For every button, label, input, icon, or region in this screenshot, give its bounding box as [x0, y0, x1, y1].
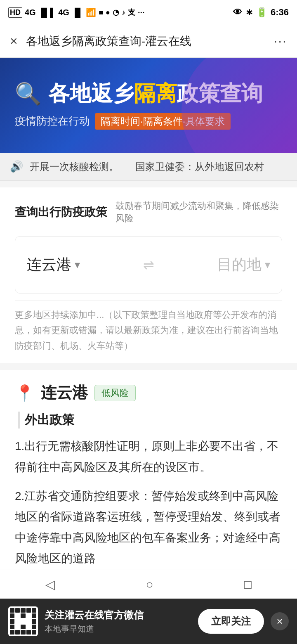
city-pin-icon: 📍: [15, 384, 34, 402]
to-city-button[interactable]: 目的地 ▾: [217, 255, 270, 275]
battery-icon: 🔋: [256, 7, 267, 18]
app-icon-3: ◔: [113, 8, 119, 17]
policy-text-2: 2.江苏省交通防控组要求：暂停始发或终到中高风险地区的省际道路客运班线，暂停受理…: [15, 486, 282, 569]
bottom-follow-banner: 关注灌云在线官方微信 本地事早知道 立即关注 ×: [0, 599, 297, 644]
to-city-arrow-icon: ▾: [265, 258, 270, 271]
hero-search-icon: 🔍: [15, 81, 42, 107]
hero-title-part1: 各地返乡: [48, 81, 134, 105]
risk-badge: 低风险: [94, 385, 136, 401]
location-row: 连云港 ▾ ⇌ 目的地 ▾: [27, 246, 270, 283]
policy-text-1: 1.出行无需核酸阴性证明，原则上非必要不出省，不得前往中高风险区及其所在的设区市…: [15, 436, 282, 478]
hd-icon: HD: [8, 7, 22, 18]
city-card: 📍 连云港 低风险 外出政策 1.出行无需核酸阴性证明，原则上非必要不出省，不得…: [0, 370, 297, 604]
policy-title: 外出政策: [18, 412, 282, 429]
status-bar: HD 4G ▐▌▌ 4G ▐▌ 📶 ■ ● ◔ ♪ 支 ··· 👁 ∗ 🔋 6:…: [0, 0, 297, 25]
city-header: 📍 连云港 低风险: [15, 382, 282, 403]
navigation-bar: ◁ ○ □: [0, 570, 297, 599]
close-browser-button[interactable]: ×: [10, 33, 18, 49]
city-name: 连云港: [41, 382, 88, 403]
more-status-icon: ···: [138, 8, 145, 17]
ticker-text-2: 国家卫健委：从外地返回农村: [135, 161, 264, 172]
banner-text-block: 关注灌云在线官方微信 本地事早知道: [45, 608, 191, 635]
banner-subtitle: 本地事早知道: [45, 623, 191, 635]
signal-4g-icon: 4G: [25, 8, 36, 17]
banner-title: 关注灌云在线官方微信: [45, 608, 191, 622]
browser-more-button[interactable]: ···: [273, 33, 287, 49]
swap-direction-button[interactable]: ⇌: [143, 257, 154, 273]
section-header: 查询出行防疫政策 鼓励春节期间减少流动和聚集，降低感染风险: [15, 200, 282, 225]
hero-title-highlight: 隔离: [134, 81, 177, 105]
bluetooth-icon: ∗: [245, 7, 253, 18]
close-banner-button[interactable]: ×: [271, 612, 289, 630]
app-icon-1: ■: [99, 8, 103, 17]
app-icon-2: ●: [106, 8, 110, 17]
ticker-text-1: 开展一次核酸检测。: [30, 161, 119, 172]
wifi-icon: 📶: [86, 7, 96, 17]
signal-4g-2-icon: 4G: [58, 8, 69, 17]
status-right-icons: 👁 ∗ 🔋 6:36: [233, 7, 289, 18]
pay-icon: 支: [128, 7, 135, 17]
section-subtitle: 鼓励春节期间减少流动和聚集，降低感染风险: [116, 200, 282, 225]
ticker-speaker-icon: 🔊: [10, 160, 23, 173]
search-section: 查询出行防疫政策 鼓励春节期间减少流动和聚集，降低感染风险 连云港 ▾ ⇌ 目的…: [0, 187, 297, 363]
ticker-bar: 🔊 开展一次核酸检测。 国家卫健委：从外地返回农村: [0, 153, 297, 181]
from-city-arrow-icon: ▾: [75, 258, 80, 271]
signal-bar-2-icon: ▐▌: [72, 8, 83, 17]
hero-bg-decoration: [182, 58, 297, 153]
time-display: 6:36: [271, 7, 289, 18]
location-selector-box: 连云港 ▾ ⇌ 目的地 ▾: [15, 236, 282, 294]
status-left-icons: HD 4G ▐▌▌ 4G ▐▌ 📶 ■ ● ◔ ♪ 支 ···: [8, 7, 145, 18]
from-city-name: 连云港: [27, 255, 71, 275]
ticker-text: 开展一次核酸检测。 国家卫健委：从外地返回农村: [30, 160, 287, 173]
back-button[interactable]: ◁: [45, 577, 55, 592]
signal-bar-icon: ▐▌▌: [38, 8, 56, 17]
section-title: 查询出行防疫政策: [15, 204, 107, 220]
to-city-placeholder: 目的地: [217, 255, 262, 275]
disclaimer-text: 更多地区持续添加中...（以下政策整理自当地政府等公开发布的消息，如有更新或错漏…: [15, 300, 282, 353]
view-icon: 👁: [233, 7, 242, 18]
browser-bar: × 各地返乡隔离政策查询-灌云在线 ···: [0, 25, 297, 58]
qr-code-image: [8, 606, 38, 636]
hero-banner: 🔍 各地返乡隔离政策查询 疫情防控在行动 隔离时间·隔离条件·具体要求: [0, 58, 297, 153]
browser-title: 各地返乡隔离政策查询-灌云在线: [26, 33, 266, 49]
follow-button[interactable]: 立即关注: [198, 609, 264, 634]
home-button[interactable]: ○: [146, 578, 153, 592]
recents-button[interactable]: □: [244, 578, 252, 592]
tiktok-icon: ♪: [122, 8, 125, 17]
hero-subtitle-left: 疫情防控在行动: [15, 114, 90, 128]
from-city-button[interactable]: 连云港 ▾: [27, 255, 80, 275]
